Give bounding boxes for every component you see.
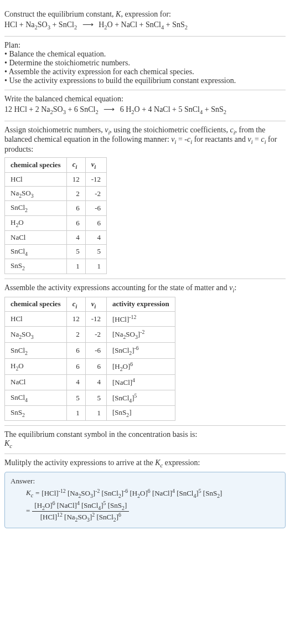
nui-cell: 5 (85, 244, 106, 259)
plan-item: • Determine the stoichiometric numbers. (4, 59, 286, 68)
assign-b: , using the stoichiometric coefficients, (110, 126, 230, 134)
plan-item: • Balance the chemical equation. (4, 50, 286, 59)
symbol-K: K (4, 439, 9, 447)
intro-section: Construct the equilibrium constant, K, e… (4, 4, 286, 37)
table-row: HCl12-12 (5, 172, 107, 186)
species-cell: NaCl (5, 375, 67, 390)
ci-cell: 12 (66, 312, 85, 327)
table-row: NaCl44[NaCl]4 (5, 375, 175, 390)
assemble-text: Assemble the activity expressions accoun… (4, 284, 286, 293)
activity-cell: [H2O]6 (106, 359, 175, 375)
symbol-c: c (9, 443, 12, 449)
intro-b: , expression for: (121, 10, 171, 18)
multiply-section: Mulitply the activity expressions to arr… (4, 454, 286, 533)
ci-cell: 6 (66, 215, 85, 230)
ci-cell: 6 (66, 359, 85, 375)
table-row: SnS211 (5, 259, 107, 274)
plan-heading: Plan: (4, 41, 286, 50)
plan-item: • Use the activity expressions to build … (4, 76, 286, 85)
activity-cell: [NaCl]4 (106, 375, 175, 390)
species-cell: SnCl4 (5, 244, 67, 259)
nui-cell: 5 (85, 390, 106, 406)
table-header: chemical species (5, 158, 67, 173)
ci-cell: 5 (66, 390, 85, 406)
answer-label: Answer: (11, 477, 279, 486)
plan-item: • Assemble the activity expression for e… (4, 68, 286, 76)
symbol-kc: Kc (4, 439, 286, 449)
answer-c: c (31, 492, 33, 498)
species-cell: HCl (5, 312, 67, 327)
table-header: chemical species (5, 297, 67, 312)
table-row: SnCl455 (5, 244, 107, 259)
answer-K: K (26, 488, 31, 497)
species-cell: SnCl2 (5, 201, 67, 216)
symbol-section: The equilibrium constant symbol in the c… (4, 426, 286, 454)
intro-K: K (116, 10, 121, 18)
table-header: ci (66, 158, 85, 173)
species-cell: Na2SO3 (5, 327, 67, 343)
intro-a: Construct the equilibrium constant, (4, 10, 116, 18)
species-cell: NaCl (5, 230, 67, 244)
ci-cell: 1 (66, 259, 85, 274)
nui-cell: -2 (85, 186, 106, 201)
ci-cell: 12 (66, 172, 85, 186)
table-row: SnCl26-6 (5, 201, 107, 216)
ci-cell: 2 (66, 327, 85, 343)
species-cell: Na2SO3 (5, 186, 67, 201)
symbol-text: The equilibrium constant symbol in the c… (4, 430, 286, 439)
multiply-text: Mulitply the activity expressions to arr… (4, 458, 286, 468)
species-cell: H2O (5, 215, 67, 230)
ci-cell: 6 (66, 201, 85, 216)
nui-cell: -2 (85, 327, 106, 343)
table-row: H2O66[H2O]6 (5, 359, 175, 375)
nui-cell: -6 (85, 343, 106, 359)
eq-sign-2: = (26, 507, 30, 516)
table-row: Na2SO32-2[Na2SO3]-2 (5, 327, 175, 343)
answer-line2: = [H2O]6 [NaCl]4 [SnCl4]5 [SnS2] [HCl]12… (11, 500, 279, 523)
table-header: activity expression (106, 297, 175, 312)
nui-cell: 4 (85, 375, 106, 390)
assign-a: Assign stoichiometric numbers, (4, 126, 105, 134)
nui-cell: -12 (85, 312, 106, 327)
species-cell: H2O (5, 359, 67, 375)
ci-cell: 5 (66, 244, 85, 259)
ci-cell: 1 (66, 406, 85, 421)
assign-eq1a: = - (176, 135, 187, 143)
species-cell: SnS2 (5, 406, 67, 421)
assemble-a: Assemble the activity expressions accoun… (4, 284, 229, 292)
nui-cell: 1 (85, 259, 106, 274)
species-cell: SnCl2 (5, 343, 67, 359)
table-row: Na2SO32-2 (5, 186, 107, 201)
assemble-b: : (234, 284, 236, 292)
species-cell: SnCl4 (5, 390, 67, 406)
fraction-numerator: [H2O]6 [NaCl]4 [SnCl4]5 [SnS2] (32, 500, 129, 512)
table-row: SnCl26-6[SnCl2]-6 (5, 343, 175, 359)
balanced-heading: Write the balanced chemical equation: (4, 95, 286, 104)
unbalanced-equation: HCl + Na2SO3 + SnCl2 ⟶ H2O + NaCl + SnCl… (4, 20, 286, 30)
nui-cell: 6 (85, 359, 106, 375)
balanced-section: Write the balanced chemical equation: 12… (4, 90, 286, 121)
table-header: ci (66, 297, 85, 312)
assemble-section: Assemble the activity expressions accoun… (4, 279, 286, 426)
plan-section: Plan: • Balance the chemical equation.• … (4, 37, 286, 90)
answer-product: [HCl]-12 [Na2SO3]-2 [SnCl2]-6 [H2O]6 [Na… (42, 488, 222, 499)
species-cell: HCl (5, 172, 67, 186)
answer-fraction: [H2O]6 [NaCl]4 [SnCl4]5 [SnS2] [HCl]12 [… (32, 500, 129, 523)
ci-cell: 6 (66, 343, 85, 359)
activity-cell: [HCl]-12 (106, 312, 175, 327)
activity-cell: [Na2SO3]-2 (106, 327, 175, 343)
assign-text: Assign stoichiometric numbers, νi, using… (4, 126, 286, 154)
fraction-denominator: [HCl]12 [Na2SO3]2 [SnCl2]6 (38, 512, 123, 523)
eq-sign-1: = (35, 489, 39, 498)
assign-section: Assign stoichiometric numbers, νi, using… (4, 121, 286, 279)
table-row: NaCl44 (5, 230, 107, 244)
species-cell: SnS2 (5, 259, 67, 274)
ci-cell: 2 (66, 186, 85, 201)
activity-cell: [SnCl2]-6 (106, 343, 175, 359)
table-row: SnS211[SnS2] (5, 406, 175, 421)
nui-cell: -6 (85, 201, 106, 216)
multiply-b: expression: (163, 458, 200, 467)
activity-cell: [SnCl4]5 (106, 390, 175, 406)
table-row: H2O66 (5, 215, 107, 230)
nui-cell: 1 (85, 406, 106, 421)
